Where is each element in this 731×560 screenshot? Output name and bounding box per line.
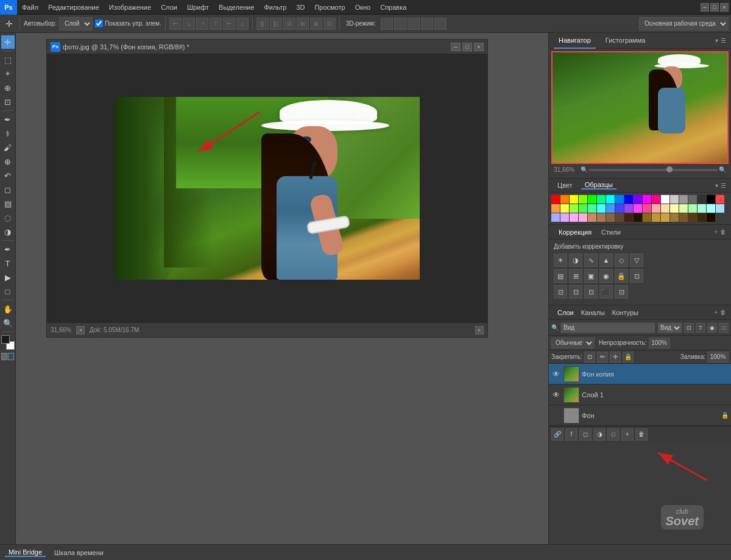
menu-3d[interactable]: 3D	[291, 0, 309, 14]
color-swatch-16[interactable]	[697, 195, 706, 204]
navigator-tab[interactable]: Навигатор	[554, 33, 596, 49]
doc-maximize-button[interactable]: □	[462, 43, 472, 51]
layer-visibility-fon[interactable]	[551, 411, 561, 420]
levels-icon[interactable]: ⊡	[615, 285, 628, 299]
menu-select[interactable]: Выделение	[214, 0, 259, 14]
correction-add-icon[interactable]: +	[714, 229, 718, 235]
color-swatch-26[interactable]	[615, 204, 624, 213]
color-swatch-18[interactable]	[716, 195, 724, 204]
align-bottom-icon[interactable]: ⊥	[236, 18, 249, 30]
color-swatch-23[interactable]	[588, 204, 596, 213]
layers-link-button[interactable]: 🔗	[551, 428, 563, 441]
clone-stamp-tool[interactable]: ⊕	[1, 155, 15, 168]
layer-row-fon-kopiya[interactable]: 👁 Фон копия	[549, 364, 731, 385]
color-swatch-8[interactable]	[624, 195, 633, 204]
layers-delete-layer-button[interactable]: 🗑	[635, 428, 648, 441]
layers-group-button[interactable]: □	[607, 428, 620, 441]
eraser-tool[interactable]: ◻	[1, 183, 15, 196]
dist-4-icon[interactable]: ⊞	[297, 18, 309, 30]
layer-visibility-fon-kopiya[interactable]: 👁	[551, 369, 561, 379]
color-swatch-30[interactable]	[652, 204, 660, 213]
styles-tab[interactable]: Стили	[596, 229, 626, 236]
color-swatch-19[interactable]	[551, 204, 560, 213]
navigator-preview[interactable]	[551, 51, 729, 164]
color-swatch-43[interactable]	[597, 213, 606, 222]
layers-filter-type[interactable]: Вид	[657, 322, 682, 333]
layer-row-sloy1[interactable]: 👁 Слой 1	[549, 385, 731, 405]
zoom-tool[interactable]: 🔍	[1, 316, 15, 330]
bw-icon[interactable]: ⊞	[569, 269, 582, 283]
brightness-icon[interactable]: ☀	[554, 253, 567, 267]
doc-minimize-button[interactable]: ─	[451, 43, 461, 51]
gradient-map-icon[interactable]: ⊡	[584, 285, 598, 299]
color-swatch-48[interactable]	[643, 213, 651, 222]
color-swatch-54[interactable]	[697, 213, 706, 222]
layers-fx-button[interactable]: f	[565, 428, 577, 441]
color-swatch-50[interactable]	[661, 213, 669, 222]
color-swatch-35[interactable]	[697, 204, 706, 213]
dist-1-icon[interactable]: |‖	[256, 18, 269, 30]
color-swatch-39[interactable]	[560, 213, 569, 222]
pen-tool[interactable]: ✒	[1, 243, 15, 256]
align-top-icon[interactable]: ⊤	[210, 18, 222, 30]
color-swatch-27[interactable]	[624, 204, 633, 213]
menu-filter[interactable]: Фильтр	[259, 0, 291, 14]
layers-filter-btn[interactable]: T	[696, 323, 705, 333]
foreground-color-box[interactable]	[1, 335, 10, 344]
color-swatch-6[interactable]	[606, 195, 615, 204]
color-swatch-12[interactable]	[661, 195, 669, 204]
timeline-tab[interactable]: Шкала времени	[51, 549, 107, 556]
contrast-icon[interactable]: ◑	[569, 253, 582, 267]
color-swatch-28[interactable]	[634, 204, 642, 213]
layers-new-button[interactable]: +	[621, 428, 634, 441]
menu-view[interactable]: Просмотр	[309, 0, 350, 14]
path-select-tool[interactable]: ▶	[1, 271, 15, 284]
show-controls-label[interactable]: Показать упр. элем.	[95, 19, 161, 27]
lock-transparent-icon[interactable]: ⊡	[584, 352, 595, 363]
paths-tab[interactable]: Контуры	[609, 309, 642, 316]
layers-mask-button[interactable]: ◻	[579, 428, 592, 441]
align-center-h-icon[interactable]: ⊥	[183, 18, 195, 30]
color-swatch-21[interactable]	[570, 204, 578, 213]
dist-3-icon[interactable]: ⊟	[283, 18, 295, 30]
lock-image-icon[interactable]: ✏	[597, 352, 608, 363]
dodge-tool[interactable]: ◑	[1, 225, 15, 238]
dist-2-icon[interactable]: ‖|	[270, 18, 282, 30]
zoom-slider-thumb[interactable]	[666, 166, 673, 172]
history-brush-tool[interactable]: ↶	[1, 169, 15, 182]
photo-filter-icon[interactable]: ▣	[584, 269, 598, 283]
menu-layers[interactable]: Слои	[156, 0, 182, 14]
color-swatch-17[interactable]	[707, 195, 715, 204]
color-swatch-52[interactable]	[679, 213, 688, 222]
color-swatch-15[interactable]	[688, 195, 697, 204]
standard-mode-icon[interactable]	[1, 353, 7, 360]
color-swatch-3[interactable]	[579, 195, 587, 204]
color-swatch-2[interactable]	[570, 195, 578, 204]
color-swatch-49[interactable]	[652, 213, 660, 222]
marquee-tool[interactable]: ⬚	[1, 53, 15, 66]
dist-5-icon[interactable]: ⊠	[310, 18, 322, 30]
doc-close-button[interactable]: ×	[474, 43, 484, 51]
correction-tab[interactable]: Коррекция	[554, 229, 596, 236]
move-tool[interactable]: ✛	[1, 35, 15, 49]
color-swatch-9[interactable]	[634, 195, 642, 204]
crop-tool[interactable]: ⊡	[1, 95, 15, 108]
color-swatch-47[interactable]	[634, 213, 642, 222]
status-arrow-left[interactable]: ◂	[76, 326, 85, 335]
mini-bridge-tab[interactable]: Mini Bridge	[5, 548, 46, 557]
menu-font[interactable]: Шрифт	[182, 0, 214, 14]
hand-tool[interactable]: ✋	[1, 302, 15, 316]
align-left-icon[interactable]: ⊢	[169, 18, 182, 30]
layers-adjustment-button[interactable]: ◑	[593, 428, 606, 441]
color-swatch-31[interactable]	[661, 204, 669, 213]
layers-filter-input[interactable]	[560, 322, 655, 333]
color-swatch-10[interactable]	[643, 195, 651, 204]
align-right-icon[interactable]: ⊣	[196, 18, 208, 30]
color-swatch-14[interactable]	[679, 195, 688, 204]
color-swatch-53[interactable]	[688, 213, 697, 222]
quick-select-tool[interactable]: ⊕	[1, 81, 15, 94]
gradient-tool[interactable]: ▤	[1, 197, 15, 210]
color-swatch-5[interactable]	[597, 195, 606, 204]
color-swatch-13[interactable]	[670, 195, 679, 204]
color-swatch-38[interactable]	[551, 213, 560, 222]
